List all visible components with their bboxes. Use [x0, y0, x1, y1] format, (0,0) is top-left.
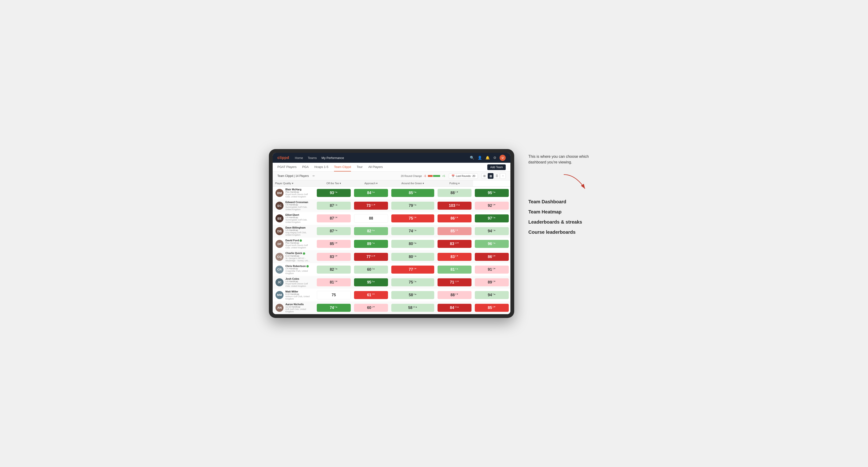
player-name[interactable]: Charlie Quick — [285, 252, 312, 254]
table-container: Player Quality ▾ Off the Tee ▾ Approach … — [273, 181, 510, 314]
player-handicap: 1-5 Handicap — [285, 204, 312, 206]
menu-item-team-heatmap[interactable]: Team Heatmap — [528, 209, 599, 215]
player-club: Sunningdale Golf Club, United Kingdom — [285, 219, 312, 223]
player-quality-score: 874▲ — [315, 225, 352, 238]
table-row[interactable]: DBDave Billingham1-5 HandicapGog Magog G… — [273, 225, 510, 238]
sub-nav-hcaps[interactable]: Hcaps 1-5 — [314, 163, 328, 172]
table-row[interactable]: EEElliot Ebert1-5 HandicapSunningdale Go… — [273, 212, 510, 225]
col-header-around-green[interactable]: Around the Green ▾ — [390, 181, 436, 187]
score-change: 3▼ — [493, 268, 496, 270]
last-rounds-button[interactable]: 📅 Last Rounds: 20 — [449, 173, 478, 179]
nav-my-performance[interactable]: My Performance — [321, 156, 344, 160]
player-club: St. George's Hill GC - Weybridge - Surre… — [285, 257, 312, 262]
table-row[interactable]: BMBlair McHargPlus HandicapRoyal North D… — [273, 187, 510, 199]
score-change: 2▲ — [413, 280, 417, 283]
score-change: 3▼ — [413, 216, 417, 219]
table-row[interactable]: CQCharlie Quick6-10 HandicapSt. George's… — [273, 250, 510, 263]
sub-nav-pgat[interactable]: PGAT Players — [277, 163, 297, 172]
view-grid-btn[interactable]: ⊞ — [482, 173, 487, 179]
add-team-button[interactable]: Add Team — [487, 164, 506, 170]
nav-teams[interactable]: Teams — [308, 156, 317, 160]
score-change: 4▲ — [413, 293, 417, 295]
around-green-score: 10315▲ — [436, 199, 473, 212]
player-quality-score: 813▼ — [315, 276, 352, 289]
score-change: 1▼ — [455, 191, 459, 193]
player-name[interactable]: Chris Robertson — [285, 264, 312, 268]
sub-nav-pga[interactable]: PGA — [302, 163, 309, 172]
player-club: Royal North Devon Golf Club, United King… — [285, 283, 312, 287]
player-name[interactable]: Dave Billingham — [285, 226, 312, 229]
table-row[interactable]: CRChris Robertson1-5 HandicapCraigmillar… — [273, 263, 510, 276]
player-name[interactable]: Elliot Ebert — [285, 214, 312, 216]
verified-badge — [306, 265, 309, 268]
settings-icon[interactable]: ⚙ — [493, 156, 496, 160]
score-value: 85 — [330, 242, 334, 246]
off-tee-score: 958▲ — [352, 276, 390, 289]
player-name[interactable]: Matt Miller — [285, 290, 312, 293]
verified-badge — [303, 252, 305, 255]
player-quality-score: 934▲ — [315, 187, 352, 199]
score-value: 85 — [451, 229, 455, 233]
around-green-score: 853▼ — [436, 225, 473, 238]
table-row[interactable]: MMMatt Miller6-10 HandicapWoburn Golf Cl… — [273, 289, 510, 302]
sub-nav-all-players[interactable]: All Players — [368, 163, 382, 172]
player-name[interactable]: David Ford — [285, 239, 312, 242]
menu-item-course-leaderboards[interactable]: Course leaderboards — [528, 229, 599, 235]
player-name[interactable]: Josh Coles — [285, 277, 312, 280]
view-list-btn[interactable]: ☰ — [494, 173, 500, 179]
table-row[interactable]: DFDavid FordPlus HandicapRoyal North Dev… — [273, 238, 510, 250]
table-row[interactable]: JCJosh Coles1-5 HandicapRoyal North Devo… — [273, 276, 510, 289]
score-value: 87 — [330, 229, 334, 233]
avatar[interactable]: U — [500, 155, 506, 161]
table-row[interactable]: ANAaron Nicholls11-15 HandicapDrift Golf… — [273, 302, 510, 314]
score-change: 21▲ — [455, 306, 459, 308]
col-header-player[interactable]: Player Quality ▾ — [273, 181, 315, 187]
nav-home[interactable]: Home — [295, 156, 303, 160]
player-name[interactable]: Blair McHarg — [285, 188, 312, 191]
team-name-label: Team Clippd | 14 Players — [277, 174, 309, 178]
search-icon[interactable]: 🔍 — [470, 156, 474, 160]
view-export-btn[interactable]: ↑ — [500, 173, 506, 179]
edit-icon[interactable]: ✏ — [312, 174, 315, 178]
player-handicap: 1-5 Handicap — [285, 229, 312, 231]
logo: clippd — [277, 156, 289, 160]
approach-score: 773▼ — [390, 263, 436, 276]
table-row[interactable]: ECEdward Crossman1-5 HandicapSunningdale… — [273, 199, 510, 212]
score-change: 3▼ — [455, 229, 459, 231]
score-change: 7▲ — [372, 242, 375, 244]
sub-nav-tour[interactable]: Tour — [356, 163, 363, 172]
player-handicap: 1-5 Handicap — [285, 268, 312, 270]
player-name[interactable]: Aaron Nicholls — [285, 303, 312, 306]
player-quality-score: 833▼ — [315, 250, 352, 263]
approach-score: 801▲ — [390, 250, 436, 263]
player-handicap: 1-5 Handicap — [285, 280, 312, 283]
score-change: 2▲ — [372, 268, 375, 270]
player-avatar: DF — [276, 240, 283, 248]
score-value: 58 — [409, 293, 413, 297]
score-value: 89 — [367, 242, 371, 246]
score-change: 4▲ — [455, 268, 459, 270]
col-header-approach[interactable]: Approach ▾ — [352, 181, 390, 187]
arrow-graphic — [561, 172, 590, 191]
score-change: 4▼ — [493, 306, 496, 308]
player-cell: ANAaron Nicholls11-15 HandicapDrift Golf… — [273, 302, 315, 314]
team-bar: Team Clippd | 14 Players ✏ 20 Round Chan… — [273, 172, 510, 181]
col-header-putting[interactable]: Putting ▾ — [436, 181, 473, 187]
col-header-off-tee[interactable]: Off the Tee ▾ — [315, 181, 352, 187]
approach-score: 584▲ — [390, 289, 436, 302]
player-handicap: Plus Handicap — [285, 242, 312, 244]
player-name[interactable]: Edward Crossman — [285, 201, 312, 204]
score-value: 96 — [488, 242, 492, 246]
score-value: 83 — [450, 242, 454, 246]
person-icon[interactable]: 👤 — [478, 156, 482, 160]
off-tee-score: 824▲ — [352, 225, 390, 238]
menu-item-team-dashboard[interactable]: Team Dashboard — [528, 199, 599, 205]
score-change: 3▼ — [335, 242, 338, 244]
tablet-frame: clippd Home Teams My Performance 🔍 👤 🔔 ⚙… — [269, 149, 514, 318]
player-avatar: EC — [276, 201, 283, 210]
tablet-screen: clippd Home Teams My Performance 🔍 👤 🔔 ⚙… — [273, 153, 510, 314]
sub-nav-team-clippd[interactable]: Team Clippd — [334, 163, 351, 172]
bell-icon[interactable]: 🔔 — [486, 156, 490, 160]
menu-item-leaderboards[interactable]: Leaderboards & streaks — [528, 219, 599, 225]
view-heatmap-btn[interactable]: ▦ — [488, 173, 493, 179]
